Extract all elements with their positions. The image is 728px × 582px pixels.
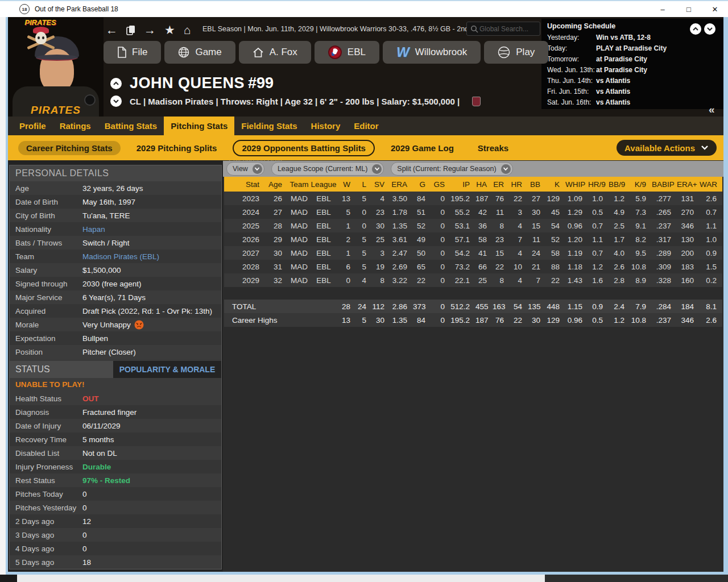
tab-batting-stats[interactable]: Batting Stats [98,117,164,135]
collapse-panel-icon[interactable]: « [709,103,715,116]
tab-fielding-stats[interactable]: Fielding Stats [234,117,304,135]
view-dropdown[interactable]: View [226,162,264,176]
forward-icon[interactable]: → [144,24,156,36]
jersey-patch [84,94,96,106]
left-panel: PERSONAL DETAILS Age32 years, 26 daysDat… [9,165,222,569]
global-search[interactable] [466,22,540,36]
globe-icon [178,47,189,58]
subtab-career-pitching-stats[interactable]: Career Pitching Stats [18,141,121,155]
detail-row: ExpectationBullpen [10,331,221,345]
detail-label: Recovery Time [10,435,82,444]
tab-pitching-stats[interactable]: Pitching Stats [164,117,234,135]
column-header-age[interactable]: Age [265,177,288,192]
league-scope-dropdown[interactable]: League Scope (Current: ML) [271,162,384,176]
copy-pages-icon[interactable] [126,25,135,35]
column-header-k-9[interactable]: K/9 [630,177,652,192]
menu-button-file[interactable]: File [104,41,161,64]
stats-row-2029: 202932MADEBL0483.2222022.125847221.431.6… [224,273,722,287]
schedule-day: Sat. Jun. 16th: [547,97,596,108]
menu-button-willowbrook[interactable]: WWillowbrook [383,41,481,64]
column-header-team[interactable]: Team [288,177,311,192]
home-icon[interactable]: ⌂ [184,24,191,36]
menu-button-ebl[interactable]: EBL [315,41,379,64]
close-button[interactable]: ✕ [702,1,728,17]
detail-value[interactable]: Hapan [82,225,105,234]
search-input[interactable] [478,24,535,34]
column-header-hr[interactable]: HR [510,177,528,192]
schedule-game: at Paradise City [596,65,723,76]
tab-ratings[interactable]: Ratings [53,117,98,135]
filter-strip: View League Scope (Current: ML) Split (C… [223,161,723,177]
column-header-league[interactable]: League [311,177,337,192]
column-header-babip[interactable]: BABIP [652,177,677,192]
player-prev-button[interactable] [110,78,122,89]
chevron-down-icon [253,164,262,174]
detail-label: Age [10,184,82,193]
column-header-gs[interactable]: GS [431,177,450,192]
detail-row: Date of BirthMay 16th, 1997 [10,195,221,209]
detail-label: 2 Days ago [10,517,82,526]
stats-row-2024: 202427MADEBL50231.7851055.24211330451.29… [224,205,722,219]
tab-editor[interactable]: Editor [347,117,385,135]
column-header-ip[interactable]: IP [450,177,475,192]
star-icon[interactable]: ★ [164,24,175,36]
column-header-stat[interactable]: Stat [224,177,265,192]
column-header-ha[interactable]: HA [475,177,493,192]
unable-to-play-alert: UNABLE TO PLAY! [10,378,221,392]
detail-row: 4 Days ago0 [10,542,221,555]
column-header-sv[interactable]: SV [372,177,390,192]
column-header-bb[interactable]: BB [528,177,546,192]
schedule-row: Today:PLAY at Paradise City [547,43,723,54]
stats-row-2025: 202528MADEBL10301.3552053.1368415540.960… [224,219,722,232]
column-header-er[interactable]: ER [493,177,510,192]
split-dropdown[interactable]: Split (Current: Regular Season) [391,162,512,176]
detail-row: Pitches Yesterday0 [10,501,221,514]
schedule-day: Today: [547,43,596,54]
column-header-bb-9[interactable]: BB/9 [609,177,630,192]
schedule-day: Thu. Jun. 14th: [547,76,596,86]
player-name: JOHN QUEENS [130,74,245,92]
stats-row-career-highs: Career Highs135301.35840195.218776223012… [224,313,722,327]
column-header-k[interactable]: K [546,177,565,192]
detail-row: City of BirthTu'ana, TERE [10,209,221,222]
tab-popularity-morale[interactable]: POPULARITY & MORALE [113,361,221,378]
column-header-w[interactable]: W [337,177,356,192]
menu-button-play[interactable]: Play [484,41,548,64]
available-actions-dropdown[interactable]: Available Actions [617,140,717,156]
column-header-g[interactable]: G [413,177,431,192]
schedule-row: Thu. Jun. 14th:vs Atlantis [547,76,723,86]
detail-value: May 16th, 1997 [82,198,135,206]
menu-button-game[interactable]: Game [164,41,235,64]
detail-label: 3 Days ago [10,531,82,539]
detail-label: 5 Days ago [10,558,82,567]
tab-history[interactable]: History [304,117,348,135]
detail-row: Salary$1,500,000 [10,263,221,277]
subtab-2029-game-log[interactable]: 2029 Game Log [383,141,462,155]
chevron-down-icon [372,164,382,174]
minimize-button[interactable]: – [650,1,676,17]
subtab-2029-opponents-batting-splits[interactable]: 2029 Opponents Batting Splits [233,140,375,156]
column-header-l[interactable]: L [356,177,372,192]
scroll-up-button[interactable] [690,23,701,35]
column-header-hr-9[interactable]: HR/9 [588,177,609,192]
column-header-war[interactable]: WAR [700,177,722,192]
detail-value: Bullpen [82,334,108,343]
screen: 18 Out of the Park Baseball 18 – □ ✕ M P… [0,0,728,582]
context-line: EBL Season | Mon. Jun. 11th, 2029 | Will… [202,25,469,33]
detail-label: Health Status [10,394,82,403]
tab-profile[interactable]: Profile [13,117,53,135]
back-icon[interactable]: ← [106,24,118,36]
menu-button-a-fox[interactable]: A. Fox [239,41,311,64]
tab-status[interactable]: STATUS [10,361,113,378]
maximize-button[interactable]: □ [676,1,702,17]
detail-value[interactable]: Madison Pirates (EBL) [82,252,159,261]
column-header-era-[interactable]: ERA+ [677,177,700,192]
schedule-day: Fri. Jun. 15th: [547,86,596,97]
subtab-streaks[interactable]: Streaks [470,141,516,155]
scroll-down-button[interactable] [704,23,715,35]
column-header-era[interactable]: ERA [390,177,413,192]
subtab-2029-pitching-splits[interactable]: 2029 Pitching Splits [129,141,225,155]
tab-bar: ProfileRatingsBatting StatsPitching Stat… [8,117,723,135]
column-header-whip[interactable]: WHIP [565,177,588,192]
player-next-button[interactable] [110,95,122,107]
